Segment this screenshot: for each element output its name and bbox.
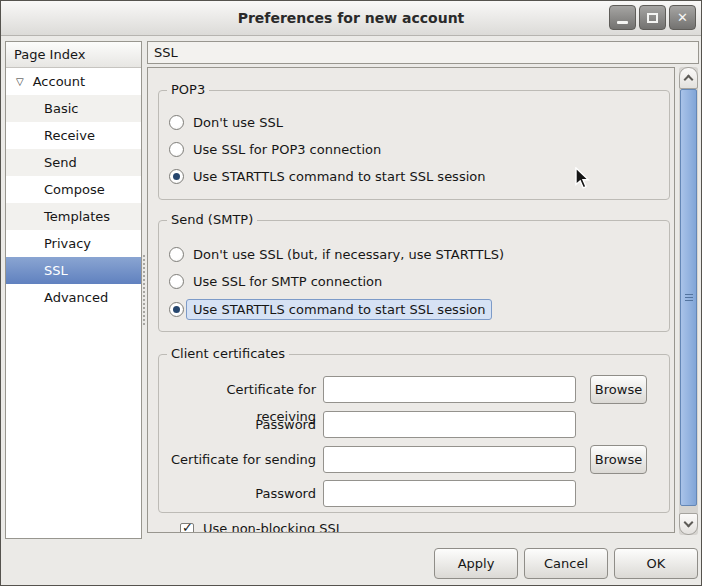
radio-label: Use STARTTLS command to start SSL sessio… <box>193 169 485 184</box>
certificate-sending-input[interactable] <box>323 446 576 473</box>
sidebar-item-compose[interactable]: Compose <box>6 176 141 203</box>
radio-unchecked-icon <box>169 115 184 130</box>
ok-button[interactable]: OK <box>614 548 698 579</box>
maximize-icon <box>647 13 658 23</box>
window-title: Preferences for new account <box>1 1 701 35</box>
client-certificates-group: Client certificates Certificate for rece… <box>158 354 670 513</box>
minimize-button[interactable] <box>609 5 636 30</box>
preferences-window: Preferences for new account ✕ Page Index… <box>0 0 702 586</box>
smtp-group: Send (SMTP) Don't use SSL (but, if neces… <box>158 220 670 332</box>
smtp-radio-starttls[interactable]: Use STARTTLS command to start SSL sessio… <box>169 298 492 320</box>
expander-open-icon[interactable]: ▽ <box>16 76 24 87</box>
password-sending-label: Password <box>166 480 316 507</box>
smtp-radio-use-ssl[interactable]: Use SSL for SMTP connection <box>169 270 382 292</box>
sidebar-item-label: Account <box>33 74 86 89</box>
certificate-sending-label: Certificate for sending <box>166 446 316 473</box>
titlebar[interactable]: Preferences for new account ✕ <box>1 1 701 36</box>
minimize-icon <box>617 21 628 24</box>
sidebar-item-label: Receive <box>44 128 95 143</box>
sidebar-item-account[interactable]: ▽ Account <box>6 68 141 95</box>
chevron-up-icon <box>684 75 694 85</box>
thumb-grip-icon <box>685 294 693 302</box>
radio-unchecked-icon <box>169 274 184 289</box>
cancel-button[interactable]: Cancel <box>524 548 608 579</box>
close-icon: ✕ <box>677 11 688 24</box>
scroll-up-button[interactable] <box>679 67 698 89</box>
password-receiving-label: Password <box>166 411 316 438</box>
sidebar-item-label: Privacy <box>44 236 91 251</box>
password-sending-input[interactable] <box>323 480 576 507</box>
pop3-radio-dont-use-ssl[interactable]: Don't use SSL <box>169 111 283 133</box>
maximize-button[interactable] <box>639 5 666 30</box>
smtp-radio-dont-use-ssl[interactable]: Don't use SSL (but, if necessary, use ST… <box>169 243 504 265</box>
browse-sending-button[interactable]: Browse <box>590 445 647 474</box>
apply-button[interactable]: Apply <box>434 548 518 579</box>
radio-unchecked-icon <box>169 142 184 157</box>
radio-label: Use SSL for POP3 connection <box>193 142 381 157</box>
page-title: SSL <box>147 41 699 64</box>
sidebar-item-advanced[interactable]: Advanced <box>6 284 141 311</box>
window-controls: ✕ <box>609 5 696 30</box>
password-receiving-input[interactable] <box>323 411 576 438</box>
checkbox-checked-icon: ✓ <box>180 523 194 533</box>
scroll-down-button[interactable] <box>679 513 698 535</box>
pop3-radio-starttls[interactable]: Use STARTTLS command to start SSL sessio… <box>169 165 485 187</box>
radio-label: Don't use SSL (but, if necessary, use ST… <box>193 247 504 262</box>
radio-label: Don't use SSL <box>193 115 283 130</box>
pop3-group-title: POP3 <box>167 82 209 97</box>
sidebar-item-label: Compose <box>44 182 105 197</box>
radio-label: Use SSL for SMTP connection <box>193 274 382 289</box>
sidebar-item-templates[interactable]: Templates <box>6 203 141 230</box>
smtp-group-title: Send (SMTP) <box>167 212 257 227</box>
pop3-group: POP3 Don't use SSL Use SSL for POP3 conn… <box>158 90 670 200</box>
sidebar-item-send[interactable]: Send <box>6 149 141 176</box>
vertical-scrollbar[interactable] <box>679 67 698 535</box>
client-certificates-group-title: Client certificates <box>167 346 289 361</box>
sidebar-item-basic[interactable]: Basic <box>6 95 141 122</box>
sidebar-item-label: SSL <box>44 263 68 278</box>
pop3-radio-use-ssl[interactable]: Use SSL for POP3 connection <box>169 138 381 160</box>
certificate-receiving-input[interactable] <box>323 376 576 403</box>
pane-splitter-handle[interactable] <box>142 254 146 326</box>
page-index-panel: Page Index ▽ Account Basic Receive Send … <box>5 41 142 539</box>
ssl-settings-panel: POP3 Don't use SSL Use SSL for POP3 conn… <box>147 67 675 533</box>
radio-checked-icon <box>169 169 184 184</box>
chevron-down-icon <box>684 518 694 528</box>
sidebar-item-ssl[interactable]: SSL <box>6 257 141 284</box>
check-icon: ✓ <box>182 520 193 533</box>
sidebar-item-label: Templates <box>44 209 110 224</box>
radio-unchecked-icon <box>169 247 184 262</box>
browse-receiving-button[interactable]: Browse <box>590 375 647 404</box>
focused-radio-label: Use STARTTLS command to start SSL sessio… <box>186 299 492 320</box>
radio-checked-icon <box>169 302 184 317</box>
close-button[interactable]: ✕ <box>669 5 696 30</box>
sidebar-item-label: Advanced <box>44 290 108 305</box>
checkbox-label: Use non-blocking SSL <box>203 521 343 533</box>
sidebar-item-label: Basic <box>44 101 78 116</box>
sidebar-item-label: Send <box>44 155 77 170</box>
scrollbar-thumb[interactable] <box>680 89 697 506</box>
sidebar-item-privacy[interactable]: Privacy <box>6 230 141 257</box>
sidebar-item-receive[interactable]: Receive <box>6 122 141 149</box>
use-nonblocking-ssl-checkbox[interactable]: ✓ Use non-blocking SSL <box>180 521 343 533</box>
page-index-header[interactable]: Page Index <box>6 42 141 68</box>
